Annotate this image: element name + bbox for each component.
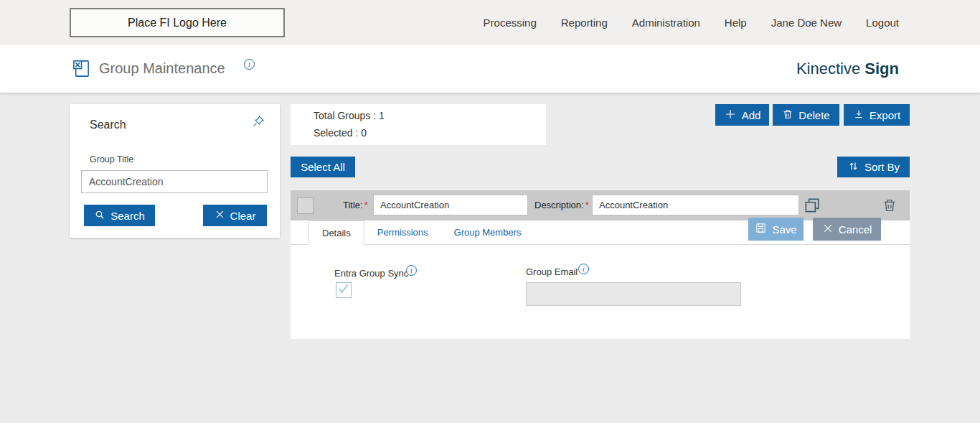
add-button-label: Add [742,109,761,121]
search-button-label: Search [110,210,145,222]
cancel-x-icon [822,223,834,236]
total-groups-count: Total Groups : 1 [314,110,385,121]
search-icon [94,209,105,223]
clear-button[interactable]: Clear [203,205,267,226]
brand-first: Kinective [796,60,860,78]
export-button-label: Export [870,109,900,121]
nav-user-name[interactable]: Jane Doe New [771,17,842,29]
entra-group-sync-info-icon[interactable]: i [406,265,417,276]
group-edit-row: Title:* Description:* [291,190,910,220]
pin-icon[interactable] [251,114,265,129]
nav-logout[interactable]: Logout [866,17,899,29]
row-trash-icon[interactable] [882,197,897,214]
save-button-label: Save [772,223,796,236]
page-header: Group Maintenance i Kinective Sign [0,45,980,93]
clear-button-label: Clear [230,210,256,222]
description-label: Description:* [534,200,589,210]
title-required-marker: * [364,200,368,210]
entra-group-sync-label: Entra Group Sync [334,268,408,279]
title-label: Title:* [343,200,368,210]
group-summary-box: Total Groups : 1 Selected : 0 [291,104,546,145]
sort-by-button[interactable]: Sort By [837,157,910,177]
search-button[interactable]: Search [84,205,155,226]
add-button[interactable]: Add [715,104,769,126]
cancel-button[interactable]: Cancel [813,218,881,241]
top-bar: Place FI Logo Here Processing Reporting … [0,0,980,45]
plus-icon [724,108,737,123]
group-title-input[interactable] [81,170,268,193]
delete-button[interactable]: Delete [773,104,839,126]
brand-second: Sign [864,60,899,78]
sort-arrows-icon [847,160,859,175]
trash-icon [782,108,793,122]
tab-details[interactable]: Details [308,220,364,245]
cancel-button-label: Cancel [839,223,872,236]
nav-processing[interactable]: Processing [484,17,537,29]
entra-group-sync-checkbox[interactable] [336,282,352,298]
nav-administration[interactable]: Administration [632,17,700,29]
nav-reporting[interactable]: Reporting [561,17,608,29]
select-all-button[interactable]: Select All [291,157,355,177]
tab-group-members[interactable]: Group Members [441,220,534,244]
save-disk-icon [755,222,767,236]
page-title: Group Maintenance [99,60,225,77]
selected-count: Selected : 0 [314,127,367,139]
group-email-input[interactable] [526,282,741,306]
title-label-text: Title: [343,200,363,210]
group-maintenance-icon [72,59,91,78]
fi-logo-placeholder[interactable]: Place FI Logo Here [70,8,285,37]
tab-permissions[interactable]: Permissions [364,220,441,244]
description-required-marker: * [585,200,589,210]
description-label-text: Description: [534,200,584,210]
save-button[interactable]: Save [748,218,804,241]
group-title-label: Group Title [90,154,133,164]
sort-by-button-label: Sort By [864,161,900,173]
copy-icon[interactable] [803,196,821,215]
delete-button-label: Delete [798,109,829,121]
search-panel-title: Search [90,118,126,131]
brand-logo: Kinective Sign [796,60,899,78]
page-title-info-icon[interactable]: i [244,59,255,70]
description-input[interactable] [592,195,799,215]
nav-help[interactable]: Help [725,17,747,29]
group-email-label: Group Email [526,266,578,277]
search-panel: Search Group Title Search Clear [70,104,280,238]
title-input[interactable] [373,195,528,215]
clear-x-icon [215,209,225,222]
export-button[interactable]: Export [844,104,910,126]
group-email-info-icon[interactable]: i [578,264,589,274]
top-navigation: Processing Reporting Administration Help… [484,0,980,45]
download-icon [853,108,864,122]
group-detail-panel: Details Permissions Group Members Save C… [291,220,910,339]
checkmark-icon [336,282,351,299]
row-checkbox[interactable] [297,197,314,214]
